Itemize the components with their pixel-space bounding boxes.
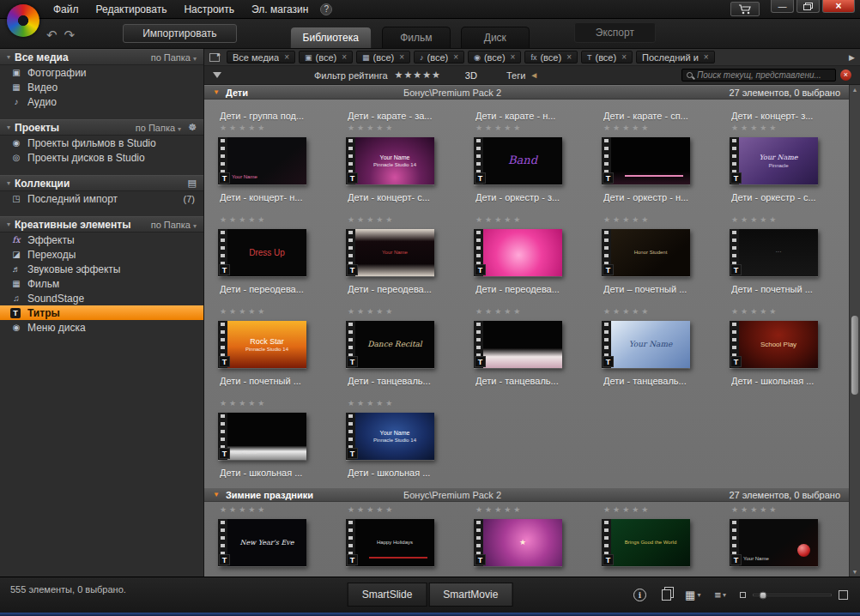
rating-stars[interactable]: ★★★★★ — [220, 215, 346, 226]
asset-thumbnail[interactable]: Rock StarPinnacle Studio 14T — [218, 321, 306, 368]
remove-filter-icon[interactable]: × — [284, 52, 289, 62]
rating-stars[interactable]: ★★★★★ — [220, 505, 346, 516]
asset-caption[interactable]: Дети - танцеваль... — [603, 376, 728, 388]
asset-cell[interactable]: ★★★★★Your NameTДети - школьная ... — [218, 396, 346, 480]
asset-cell[interactable]: ★★★★★Your NameT — [730, 502, 849, 566]
more-filters-arrow-icon[interactable]: ▶ — [849, 53, 855, 62]
filter-source-icon[interactable] — [209, 53, 220, 62]
rating-stars[interactable]: ★★★★★ — [731, 307, 849, 318]
rating-stars[interactable]: ★★★★★ — [475, 307, 602, 318]
filter-funnel-icon[interactable] — [213, 72, 221, 78]
rating-stars[interactable]: ★★★★★ — [475, 505, 602, 516]
asset-cell[interactable]: ★★★★★Your NameTДети - переодева... — [346, 212, 474, 296]
rating-stars[interactable]: ★★★★★ — [731, 505, 849, 516]
filter-chip[interactable]: fx(все)× — [524, 51, 578, 63]
close-button[interactable]: × — [822, 0, 855, 13]
asset-caption[interactable]: Дети - почетный ... — [220, 376, 344, 388]
asset-cell[interactable]: ★★★★★···TДети - почетный ... — [730, 212, 849, 296]
rating-stars[interactable]: ★★★★★ — [348, 124, 474, 135]
asset-caption[interactable]: Дети – почетный ... — [603, 284, 728, 296]
sidebar-item[interactable]: ▦Видео — [0, 80, 203, 94]
vertical-scrollbar[interactable]: ▲ ▼ — [849, 85, 860, 577]
smartmovie-button[interactable]: SmartMovie — [428, 583, 512, 607]
asset-thumbnail[interactable]: Your NameT — [218, 137, 306, 184]
info-icon[interactable]: i — [633, 589, 646, 601]
asset-caption[interactable]: Дети - оркестр - с... — [731, 192, 849, 204]
rating-stars[interactable]: ★★★★★ — [603, 307, 730, 318]
scrollbar-thumb[interactable] — [851, 316, 858, 395]
sidebar-section-header[interactable]: ▾Проектыпо Папка▾☸ — [0, 119, 203, 136]
asset-thumbnail[interactable]: School PlayT — [730, 321, 818, 368]
asset-thumbnail[interactable]: Your NamePinnacleT — [730, 137, 818, 184]
sidebar-item[interactable]: ♪Аудио — [0, 94, 203, 109]
asset-thumbnail[interactable]: Your NamePinnacle Studio 14T — [346, 413, 434, 460]
main-tab[interactable]: Фильм — [382, 27, 451, 48]
sidebar-section-header[interactable]: ▾Все медиапо Папка▾ — [0, 49, 203, 65]
rating-stars[interactable]: ★★★★★ — [348, 307, 474, 318]
asset-thumbnail[interactable]: Your NameT — [346, 229, 434, 276]
asset-cell[interactable]: ★★★★★New Year's EveT — [218, 502, 346, 566]
search-input[interactable] — [697, 70, 831, 80]
list-view-button[interactable]: ≡▾ — [714, 589, 726, 601]
sidebar-item[interactable]: ◉Меню диска — [0, 320, 203, 335]
asset-thumbnail[interactable]: Your NameT — [218, 413, 306, 460]
rating-stars[interactable]: ★★★★★ — [731, 124, 849, 135]
asset-thumbnail[interactable]: ···T — [730, 229, 818, 276]
asset-thumbnail[interactable]: Happy HolidaysT — [346, 519, 434, 566]
filter-chip[interactable]: ▦(все)× — [356, 51, 410, 63]
menu-item[interactable]: Файл — [45, 1, 88, 18]
remove-filter-icon[interactable]: × — [453, 52, 458, 62]
asset-caption[interactable]: Дети - переодева... — [220, 284, 344, 296]
sidebar-section-header[interactable]: ▾Креативные элементыпо Папка▾ — [0, 216, 203, 233]
sidebar-item[interactable]: ▦Фильм — [0, 276, 203, 291]
zoom-out-icon[interactable] — [740, 592, 746, 598]
help-icon[interactable]: ? — [320, 3, 332, 15]
asset-thumbnail[interactable]: T — [602, 137, 690, 184]
rating-stars[interactable]: ★★★★★ — [731, 215, 849, 226]
asset-thumbnail[interactable]: Your NamePinnacle Studio 14T — [346, 137, 434, 184]
asset-caption[interactable]: Дети - концерт- н... — [220, 192, 344, 204]
asset-cell[interactable]: ★★★★★★T — [474, 502, 602, 566]
filter-chip[interactable]: Все медиа× — [227, 51, 295, 63]
rating-stars[interactable]: ★★★★★ — [348, 215, 474, 226]
group-collapse-arrow-icon[interactable]: ▼ — [213, 491, 220, 498]
asset-caption[interactable]: Дети - почетный ... — [731, 284, 849, 296]
asset-cell[interactable]: ★★★★★Your NamePinnacle Studio 14TДети - … — [346, 396, 474, 480]
asset-cell[interactable]: ★★★★★Your NamePinnacle Studio 14TДети - … — [346, 120, 474, 204]
undo-icon[interactable]: ↶ — [46, 29, 58, 41]
asset-thumbnail[interactable]: Brings Good the WorldT — [602, 519, 690, 566]
scenes-copy-icon[interactable] — [662, 589, 671, 601]
asset-cell[interactable]: ★★★★★Brings Good the WorldT — [602, 502, 730, 566]
search-clear-button[interactable]: × — [840, 69, 851, 81]
asset-thumbnail[interactable]: Dance RecitalT — [346, 321, 434, 368]
asset-caption[interactable]: Дети - переодева... — [348, 284, 472, 296]
asset-cell[interactable]: ★★★★★Your NameTДети - концерт- н... — [218, 120, 346, 204]
asset-caption[interactable]: Дети - танцеваль... — [348, 376, 472, 388]
rating-stars[interactable]: ★★★★★ — [220, 307, 346, 318]
rating-stars[interactable]: ★★★★★ — [220, 124, 346, 135]
remove-filter-icon[interactable]: × — [342, 52, 347, 62]
remove-filter-icon[interactable]: × — [621, 52, 627, 62]
rating-stars-filter[interactable]: ★★★★★ — [395, 69, 441, 81]
asset-caption[interactable]: Дети - концерт- с... — [348, 192, 472, 204]
remove-filter-icon[interactable]: × — [511, 52, 516, 62]
asset-thumbnail[interactable]: T — [474, 321, 562, 368]
rating-stars[interactable]: ★★★★★ — [603, 124, 730, 135]
asset-caption[interactable]: Дети - школьная ... — [348, 468, 472, 480]
section-action-icon[interactable]: ▤ — [188, 178, 197, 189]
import-button[interactable]: Импортировать — [123, 24, 236, 43]
rating-stars[interactable]: ★★★★★ — [220, 399, 346, 410]
sidebar-item[interactable]: ◎Проекты дисков в Studio — [0, 150, 203, 165]
rating-stars[interactable]: ★★★★★ — [603, 215, 730, 226]
menu-item[interactable]: Редактировать — [88, 1, 176, 18]
menu-item[interactable]: Эл. магазин — [243, 1, 317, 18]
asset-cell[interactable]: ★★★★★TДети - танцеваль... — [474, 304, 602, 388]
sort-dropdown[interactable]: по Папка▾ — [151, 220, 197, 230]
smartslide-button[interactable]: SmartSlide — [348, 583, 427, 607]
filter-chip[interactable]: ♪(все)× — [414, 51, 464, 63]
rating-stars[interactable]: ★★★★★ — [603, 505, 730, 516]
group-collapse-arrow-icon[interactable]: ▼ — [213, 88, 220, 96]
sidebar-item[interactable]: ♫SoundStage — [0, 291, 203, 305]
remove-filter-icon[interactable]: × — [399, 52, 404, 62]
scroll-up-arrow-icon[interactable]: ▲ — [850, 87, 860, 93]
